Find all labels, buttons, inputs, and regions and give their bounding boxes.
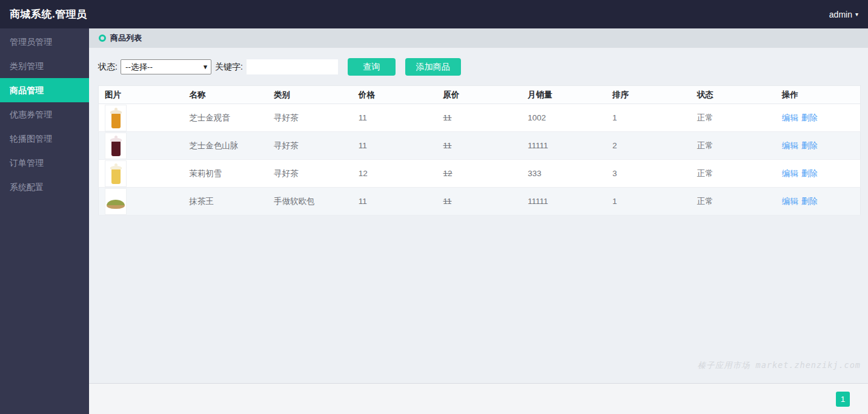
product-original-price: 11 [443, 113, 452, 122]
status-select[interactable]: --选择-- [121, 59, 211, 74]
edit-link[interactable]: 编辑 [782, 141, 798, 150]
main-panel: 状态: --选择-- ▾ 关键字: 查询 添加商品 图片 名称 类别 [89, 48, 868, 383]
status-label: 状态: [98, 62, 118, 73]
product-status: 正常 [691, 104, 776, 132]
user-menu[interactable]: admin ▾ [829, 10, 858, 19]
sidebar-item-coupon-management[interactable]: 优惠券管理 [0, 102, 89, 126]
product-status: 正常 [691, 132, 776, 160]
keyword-label: 关键字: [215, 62, 243, 73]
product-sort: 3 [606, 160, 691, 188]
keyword-input[interactable] [247, 59, 338, 74]
filter-bar: 状态: --选择-- ▾ 关键字: 查询 添加商品 [98, 58, 861, 76]
app-title: 商城系统.管理员 [10, 7, 87, 21]
page-title: 商品列表 [110, 33, 142, 44]
col-category: 类别 [268, 86, 353, 104]
product-status: 正常 [691, 160, 776, 188]
content-area: 商品列表 状态: --选择-- ▾ 关键字: 查询 添加商品 [89, 28, 868, 414]
add-product-button[interactable]: 添加商品 [405, 58, 461, 76]
product-price: 11 [353, 188, 437, 215]
product-monthly-sales: 11111 [522, 132, 606, 160]
product-name: 抹茶王 [183, 188, 268, 215]
product-image [105, 160, 127, 187]
delete-link[interactable]: 删除 [801, 169, 818, 178]
product-name: 茉莉初雪 [183, 160, 268, 188]
product-original-price: 11 [443, 197, 452, 206]
footer-bar: 1 [89, 383, 868, 414]
product-original-price: 12 [443, 169, 452, 178]
sidebar-item-product-management[interactable]: 商品管理 [0, 78, 89, 102]
sidebar-item-carousel-management[interactable]: 轮播图管理 [0, 126, 89, 151]
product-table: 图片 名称 类别 价格 原价 月销量 排序 状态 操作 芝士金观音 [98, 85, 861, 215]
col-actions: 操作 [776, 86, 861, 104]
product-sort: 2 [606, 132, 691, 160]
delete-link[interactable]: 删除 [801, 141, 818, 150]
col-price: 价格 [353, 86, 437, 104]
product-image [105, 188, 127, 215]
product-price: 11 [353, 104, 437, 132]
watermark: 榛子应用市场 market.zhenzikj.com [98, 360, 861, 371]
sidebar-item-order-management[interactable]: 订单管理 [0, 151, 89, 175]
sidebar-item-category-management[interactable]: 类别管理 [0, 54, 89, 78]
product-image [105, 133, 127, 159]
product-price: 12 [353, 160, 437, 188]
table-row: 抹茶王 手做软欧包 11 11 11111 1 正常 编辑删除 [99, 188, 861, 215]
product-image [105, 105, 127, 131]
col-original-price: 原价 [437, 86, 522, 104]
col-monthly-sales: 月销量 [522, 86, 606, 104]
product-category: 寻好茶 [268, 160, 353, 188]
table-row: 茉莉初雪 寻好茶 12 12 333 3 正常 编辑删除 [99, 160, 861, 188]
col-image: 图片 [99, 86, 184, 104]
product-monthly-sales: 11111 [522, 188, 606, 215]
product-price: 11 [353, 132, 437, 160]
table-row: 芝士金色山脉 寻好茶 11 11 11111 2 正常 编辑删除 [99, 132, 861, 160]
product-name: 芝士金色山脉 [183, 132, 268, 160]
delete-link[interactable]: 删除 [801, 197, 818, 206]
user-name: admin [829, 10, 852, 19]
edit-link[interactable]: 编辑 [782, 197, 798, 206]
table-header-row: 图片 名称 类别 价格 原价 月销量 排序 状态 操作 [99, 86, 861, 104]
product-original-price: 11 [443, 141, 452, 150]
top-bar: 商城系统.管理员 admin ▾ [0, 0, 868, 28]
sidebar: 管理员管理 类别管理 商品管理 优惠券管理 轮播图管理 订单管理 系统配置 [0, 28, 89, 414]
product-status: 正常 [691, 188, 776, 215]
pagination-page-1[interactable]: 1 [836, 392, 850, 407]
product-category: 寻好茶 [268, 132, 353, 160]
product-monthly-sales: 333 [522, 160, 606, 188]
product-sort: 1 [606, 188, 691, 215]
product-category: 寻好茶 [268, 104, 353, 132]
product-category: 手做软欧包 [268, 188, 353, 215]
col-name: 名称 [183, 86, 268, 104]
product-name: 芝士金观音 [183, 104, 268, 132]
chevron-down-icon: ▾ [855, 11, 858, 18]
product-sort: 1 [606, 104, 691, 132]
edit-link[interactable]: 编辑 [782, 113, 798, 122]
query-button[interactable]: 查询 [348, 58, 396, 76]
delete-link[interactable]: 删除 [801, 113, 818, 122]
table-row: 芝士金观音 寻好茶 11 11 1002 1 正常 编辑删除 [99, 104, 861, 132]
col-status: 状态 [691, 86, 776, 104]
page-header: 商品列表 [89, 28, 868, 48]
product-monthly-sales: 1002 [522, 104, 606, 132]
col-sort: 排序 [606, 86, 691, 104]
edit-link[interactable]: 编辑 [782, 169, 798, 178]
ring-icon [99, 34, 106, 42]
sidebar-item-system-config[interactable]: 系统配置 [0, 175, 89, 199]
sidebar-item-admin-management[interactable]: 管理员管理 [0, 30, 89, 54]
